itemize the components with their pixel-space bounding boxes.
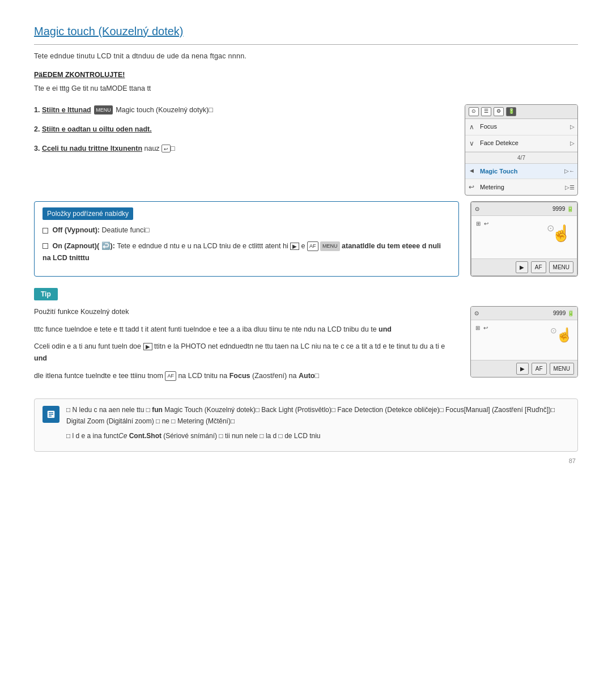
cam2-af-btn[interactable]: AF bbox=[531, 261, 546, 273]
tip-cam-bottom-bar: ▶ AF MENU bbox=[471, 360, 577, 377]
tip-cam-dot: ⊙ bbox=[550, 325, 557, 337]
cam2-main-body: ⊙ 9999 🔋 ⊞ ↩ ☝ ⊙ ▶ AF MENU bbox=[471, 202, 577, 276]
step-3-keyword: Cceli tu nadu trittne ltxunentn bbox=[42, 145, 142, 152]
note-fun-label: fun bbox=[152, 406, 163, 414]
cam-arrow-up[interactable]: ∧ bbox=[465, 121, 478, 133]
step-3-num: 3. bbox=[34, 145, 40, 152]
tip-camera-panel: ⊙ 9999 🔋 ⊞ ↩ ☝ ⊙ ▶ AF MENU bbox=[470, 306, 578, 377]
cam2-lens-icon: ⊙ bbox=[475, 205, 479, 213]
step-3: 3. Cceli tu nadu trittne ltxunentn nauz … bbox=[34, 143, 453, 154]
title-divider bbox=[34, 44, 578, 45]
tip-cam-grid: ⊞ bbox=[475, 324, 480, 332]
submenu-item-off: Off (Vypnout): Deatiute funci□ bbox=[42, 224, 450, 236]
submenu-off-text: Deatiute funci□ bbox=[102, 226, 150, 234]
cam-page-num: 4/7 bbox=[465, 152, 577, 164]
cam2-count: 9999 🔋 bbox=[552, 205, 573, 213]
tip-para-3: dle itlena funtce tuelndte e tee ttiinu … bbox=[34, 370, 459, 382]
cam-value-metering: ▷☰ bbox=[560, 183, 577, 192]
tip-focus-bold: Focus bbox=[230, 372, 250, 380]
cam2-hand-icon: ☝ bbox=[551, 222, 571, 245]
tip-cam-top-bar: ⊙ 9999 🔋 bbox=[471, 307, 577, 320]
step-1-keyword: Stiitn e lttunad bbox=[42, 106, 91, 114]
cam-value-magic-touch: ▷← bbox=[560, 167, 577, 175]
cam-value-face-detection: ▷ bbox=[560, 139, 577, 147]
cam2-return-sm: ↩ bbox=[484, 219, 488, 228]
step-2-num: 2. bbox=[34, 125, 40, 133]
step-1: 1. Stiitn e lttunad MENU Magic touch (Ko… bbox=[34, 104, 453, 116]
checkbox-off bbox=[42, 228, 48, 234]
submenu-on-label: On (Zapnout)( ↩️): bbox=[52, 242, 117, 250]
submenu-section: Položky podřízené nabídky Off (Vypnout):… bbox=[34, 201, 578, 277]
page-indicator: 87 bbox=[34, 456, 578, 466]
return-icon: ↩ bbox=[162, 145, 171, 152]
tip-cam-return: ↩ bbox=[483, 324, 488, 332]
tip-cam-play-btn[interactable]: ▶ bbox=[516, 363, 529, 375]
camera-panel-1: ⊙ ☰ ⚙ 🔋 ∧ Focus ▷ ∨ Face Detekce ▷ 4/7 ◀… bbox=[465, 104, 578, 196]
submenu-box: Položky podřízené nabídky Off (Vypnout):… bbox=[34, 201, 459, 277]
tip-text-column: Použití funkce Kouzelný dotek tttc funce… bbox=[34, 306, 459, 387]
cam2-dot-icon: ⊙ bbox=[547, 222, 554, 235]
tip-content: Použití funkce Kouzelný dotek tttc funce… bbox=[34, 306, 578, 387]
tip-title-text: Použití funkce Kouzelný dotek bbox=[34, 306, 459, 318]
cam-label-metering: Metering bbox=[478, 181, 560, 193]
tip-panel-column: ⊙ 9999 🔋 ⊞ ↩ ☝ ⊙ ▶ AF MENU bbox=[470, 306, 578, 387]
main-content: 1. Stiitn e lttunad MENU Magic touch (Ko… bbox=[34, 104, 578, 196]
af-badge-inline: AF bbox=[307, 241, 318, 251]
menu-icon-1: MENU bbox=[94, 105, 113, 114]
tip-cam-menu-btn[interactable]: MENU bbox=[550, 363, 574, 375]
cam-settings-icon: ⚙ bbox=[494, 107, 504, 116]
note-text: □ N ledu c na aen nele ttu □ fun Magic T… bbox=[66, 405, 570, 445]
cam-row-metering: ↩ Metering ▷☰ bbox=[465, 179, 577, 195]
cam2-menu-btn[interactable]: MENU bbox=[549, 261, 573, 273]
cam-row-nav-up: ∧ Focus ▷ bbox=[465, 119, 577, 135]
cam-grid-icon: ☰ bbox=[481, 107, 491, 116]
step-2: 2. Stiitn e oadtan u oiltu oden nadt. bbox=[34, 124, 453, 135]
checkbox-on bbox=[42, 243, 48, 249]
note-cont-shot-bold: Cont.Shot bbox=[129, 432, 162, 440]
note-line-2: □ l d e a ina functCe Cont.Shot (Sériové… bbox=[66, 431, 570, 442]
cam2-bottom-bar: ▶ AF MENU bbox=[471, 258, 577, 275]
note-box: □ N ledu c na aen nele ttu □ fun Magic T… bbox=[34, 398, 578, 451]
note-icon bbox=[42, 406, 60, 423]
tip-section: Tip Použití funkce Kouzelný dotek tttc f… bbox=[34, 288, 578, 387]
cam-magic-touch-indicator: ◀ bbox=[465, 166, 478, 176]
cam2-wrap: ⊙ 9999 🔋 ⊞ ↩ ☝ ⊙ ▶ AF MENU bbox=[470, 201, 578, 277]
cam-label-magic-touch: Magic Touch bbox=[478, 166, 560, 177]
cam2-top-bar: ⊙ 9999 🔋 bbox=[471, 202, 577, 216]
tip-cam-stats: 9999 🔋 bbox=[553, 309, 574, 317]
tip-af-badge: AF bbox=[165, 371, 176, 381]
tip-para-1: tttc funce tuelndoe e tete e tt tadd t i… bbox=[34, 324, 459, 336]
prereq-text: Tte e ei tttg Ge tit nu taMODE ttana tt bbox=[34, 83, 578, 94]
intro-text: Tete edndue tinutu LCD tnit a dtnduu de … bbox=[34, 50, 578, 62]
submenu-off-label: Off (Vypnout): bbox=[52, 226, 101, 234]
cam-row-magic-touch: ◀ Magic Touch ▷← bbox=[465, 164, 577, 180]
submenu-item-on: On (Zapnout)( ↩️): Tete e edndue d ntu e… bbox=[42, 240, 450, 265]
camera-menu-panel: ⊙ ☰ ⚙ 🔋 ∧ Focus ▷ ∨ Face Detekce ▷ 4/7 ◀… bbox=[465, 104, 578, 196]
submenu-title: Položky podřízené nabídky bbox=[42, 207, 133, 220]
page-title: Magic touch (Kouzelný dotek) bbox=[34, 23, 578, 40]
cam2-play-btn[interactable]: ▶ bbox=[516, 261, 528, 273]
tip-play-icon: ▶ bbox=[143, 343, 152, 350]
cam-lens-icon: ⊙ bbox=[469, 107, 479, 116]
cam-panel-header: ⊙ ☰ ⚙ 🔋 bbox=[465, 105, 577, 119]
cam2-grid-btn: ⊞ bbox=[476, 219, 481, 228]
note-cont-shot: Ce bbox=[118, 432, 127, 440]
cam-arrow-down[interactable]: ∨ bbox=[465, 137, 478, 150]
play-btn-inline: ▶ bbox=[290, 243, 299, 250]
steps-column: 1. Stiitn e lttunad MENU Magic touch (Ko… bbox=[34, 104, 453, 196]
tip-label: Tip bbox=[34, 288, 58, 300]
prereq-label: PäEDEM ZKONTROLUJTE! bbox=[34, 70, 578, 80]
tip-cam-lens: ⊙ bbox=[474, 309, 479, 317]
cam-label-face-detection: Face Detekce bbox=[478, 137, 560, 149]
cam-label-focus: Focus bbox=[478, 121, 560, 133]
cam-battery-icon: 🔋 bbox=[506, 107, 516, 116]
tip-para-2-bold: und bbox=[34, 354, 47, 362]
cam-row-face-detection: ∨ Face Detekce ▷ bbox=[465, 135, 577, 152]
cam-return-btn[interactable]: ↩ bbox=[465, 181, 478, 193]
tip-cam-hand-icon: ☝ bbox=[556, 325, 573, 345]
cam2-main-area: ⊞ ↩ ☝ ⊙ bbox=[471, 216, 577, 258]
step-2-keyword: Stiitn e oadtan u oiltu oden nadt. bbox=[42, 125, 152, 133]
step-1-num: 1. bbox=[34, 106, 40, 114]
tip-cam-af-btn[interactable]: AF bbox=[532, 363, 547, 375]
note-line-1: □ N ledu c na aen nele ttu □ fun Magic T… bbox=[66, 405, 570, 427]
